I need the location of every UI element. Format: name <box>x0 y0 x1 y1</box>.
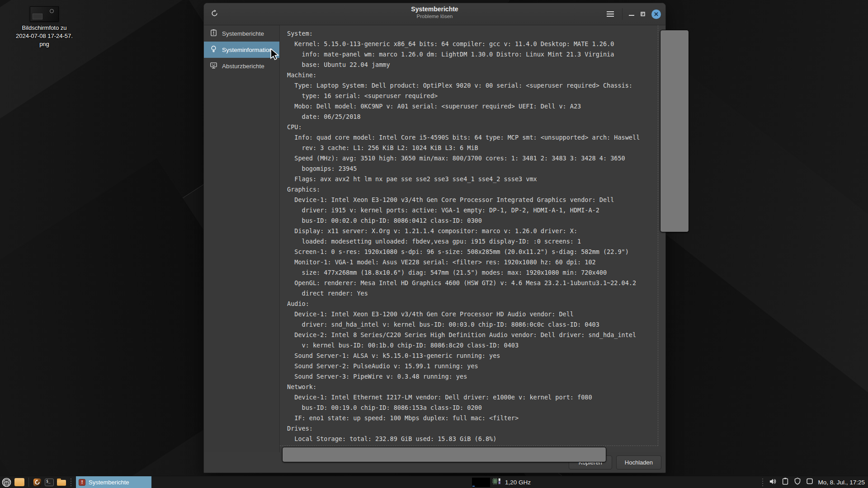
desktop-file-screenshot[interactable]: Bildschirmfoto zu 2024-07-08 17-24-57. p… <box>8 6 80 48</box>
system-report-text[interactable]: System: Kernel: 5.15.0-113-generic x86_6… <box>280 25 658 444</box>
sidebar-item-label: Systeminformation <box>222 47 273 53</box>
horizontal-scrollbar[interactable] <box>281 446 658 451</box>
taskbar-monitor-group: 1,20 GHz <box>472 476 531 488</box>
titlebar[interactable]: Systemberichte Probleme lösen ✕ <box>204 3 665 25</box>
taskbar-tray: Mo, 8. Jul., 17:25 <box>761 476 868 488</box>
terminal-icon[interactable]: $_ <box>45 479 54 486</box>
report-icon <box>210 29 217 38</box>
desktop-file-label: Bildschirmfoto zu 2024-07-08 17-24-57. p… <box>8 24 80 48</box>
window-controls: ✕ <box>605 3 661 25</box>
taskbar-separator <box>28 478 29 487</box>
sidebar-item-label: Systemberichte <box>222 30 264 37</box>
taskbar: $_ ! Systemberichte 1,20 GHz <box>0 476 868 488</box>
bulb-icon <box>210 45 217 54</box>
screenshot-thumbnail <box>30 6 59 22</box>
minimize-icon[interactable] <box>629 15 634 16</box>
window-title: Systemberichte <box>204 5 665 13</box>
menu-icon[interactable] <box>605 9 616 19</box>
window-tray-icon[interactable] <box>806 477 814 487</box>
taskbar-task-systemberichte[interactable]: ! Systemberichte <box>76 476 151 488</box>
report-alert-icon: ! <box>79 479 85 486</box>
horizontal-scrollbar-thumb[interactable] <box>282 447 606 462</box>
refresh-icon <box>210 9 219 19</box>
taskbar-left: $_ ! Systemberichte <box>0 476 151 488</box>
window-body: Systemberichte Systeminformation <box>204 25 665 452</box>
title-box: Systemberichte Probleme lösen <box>204 5 665 19</box>
systemberichte-window: Systemberichte Probleme lösen ✕ <box>203 3 666 473</box>
refresh-button[interactable] <box>210 3 219 25</box>
sidebar-item-absturzberichte[interactable]: Absturzberichte <box>204 58 279 74</box>
task-label: Systemberichte <box>89 479 129 486</box>
vertical-scrollbar-thumb[interactable] <box>660 30 689 232</box>
sidebar: Systemberichte Systeminformation <box>204 25 280 452</box>
file-manager-icon[interactable] <box>57 480 66 486</box>
report-content: System: Kernel: 5.15.0-113-generic x86_6… <box>280 25 665 452</box>
upload-button[interactable]: Hochladen <box>616 455 661 469</box>
firefox-icon[interactable] <box>33 476 42 488</box>
shield-icon[interactable] <box>793 477 802 487</box>
close-icon[interactable]: ✕ <box>651 9 661 19</box>
thumbnail-window-detail <box>33 14 42 19</box>
clipboard-tray-icon[interactable] <box>781 477 789 487</box>
taskbar-clock[interactable]: Mo, 8. Jul., 17:25 <box>818 479 865 486</box>
thumbnail-swirl-detail <box>50 9 54 13</box>
restore-icon[interactable] <box>641 12 645 16</box>
controls-separator <box>622 8 623 20</box>
cpu-frequency-label: 1,20 GHz <box>505 479 531 486</box>
sidebar-item-label: Absturzberichte <box>222 63 264 70</box>
system-monitor-graph[interactable] <box>472 478 490 487</box>
window-list-handle[interactable] <box>71 479 71 486</box>
sidebar-item-systeminformation[interactable]: Systeminformation <box>204 42 279 58</box>
tray-handle[interactable] <box>762 479 763 486</box>
show-desktop-icon[interactable] <box>14 478 24 486</box>
cpu-frequency-icon[interactable] <box>492 477 502 488</box>
volume-icon[interactable] <box>769 477 777 488</box>
crash-icon <box>210 61 217 70</box>
vertical-scrollbar[interactable] <box>660 26 665 445</box>
window-subtitle: Probleme lösen <box>204 13 665 19</box>
report-text-frame: System: Kernel: 5.15.0-113-generic x86_6… <box>280 25 658 446</box>
sidebar-item-systemberichte[interactable]: Systemberichte <box>204 25 279 42</box>
mint-menu-icon[interactable] <box>2 476 11 488</box>
